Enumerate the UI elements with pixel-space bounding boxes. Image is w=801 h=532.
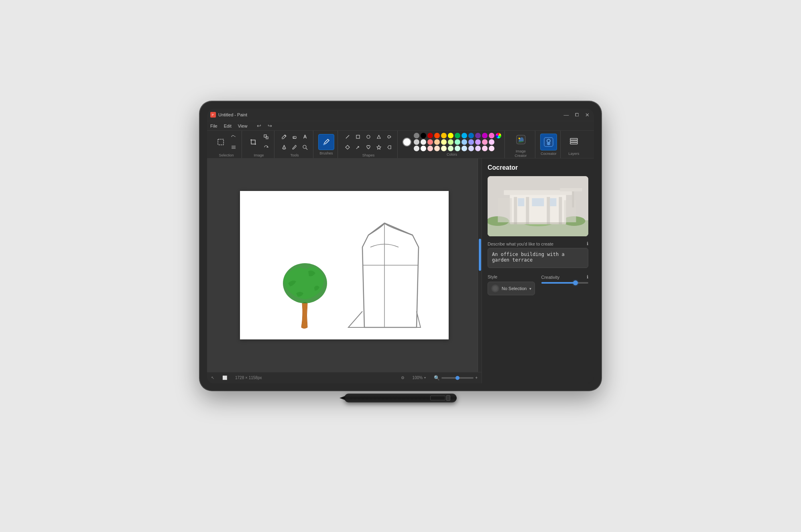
color-swatch[interactable] xyxy=(468,133,474,138)
scroll-thumb[interactable] xyxy=(479,239,481,271)
brush-button[interactable] xyxy=(318,134,334,150)
selection-freehand-button[interactable] xyxy=(229,132,238,142)
color-swatch[interactable] xyxy=(441,133,447,138)
shapes-label: Shapes xyxy=(362,153,375,157)
stylus-tip xyxy=(340,396,345,400)
color-swatch[interactable] xyxy=(434,146,440,151)
color-swatch[interactable] xyxy=(482,146,488,151)
color-swatch[interactable] xyxy=(414,133,419,138)
color-swatch[interactable] xyxy=(414,146,419,151)
shape-arrow-button[interactable] xyxy=(353,142,363,152)
color-swatch[interactable] xyxy=(421,139,426,145)
color-swatch[interactable] xyxy=(489,146,494,151)
menu-edit[interactable]: Edit xyxy=(224,124,232,128)
color-swatch[interactable] xyxy=(461,139,467,145)
color-swatch[interactable] xyxy=(441,146,447,151)
close-button[interactable]: ✕ xyxy=(583,112,591,118)
eyedropper-button[interactable] xyxy=(290,142,299,152)
color-swatch[interactable] xyxy=(414,139,419,145)
prompt-input[interactable] xyxy=(488,248,588,268)
image-creator-button[interactable] xyxy=(512,131,529,148)
shape-heart-button[interactable] xyxy=(364,142,373,152)
color-swatch[interactable] xyxy=(427,133,433,138)
selection-rectangular-button[interactable] xyxy=(214,136,227,148)
color-swatch[interactable] xyxy=(489,133,494,138)
menu-view[interactable]: View xyxy=(238,124,248,128)
layers-button[interactable] xyxy=(565,134,582,150)
color-swatch[interactable] xyxy=(448,146,453,151)
shape-buttons xyxy=(343,132,394,152)
zoom-thumb[interactable] xyxy=(455,376,459,380)
rotate-button[interactable] xyxy=(261,142,271,152)
color-swatch[interactable] xyxy=(455,133,460,138)
color-swatch[interactable] xyxy=(421,133,426,138)
color-swatch[interactable] xyxy=(475,139,481,145)
creativity-thumb[interactable] xyxy=(573,280,578,285)
color-swatch[interactable] xyxy=(455,139,460,145)
color-swatch[interactable] xyxy=(468,146,474,151)
shape-triangle-button[interactable] xyxy=(374,132,384,142)
color-swatch[interactable] xyxy=(482,133,488,138)
color-swatch[interactable] xyxy=(427,139,433,145)
zoom-control: 🔍 + xyxy=(434,375,478,381)
color-swatch[interactable] xyxy=(448,133,453,138)
zoom-dropdown-icon[interactable]: ▾ xyxy=(424,376,426,380)
redo-button[interactable]: ↪ xyxy=(268,123,272,129)
color-swatch[interactable] xyxy=(448,139,453,145)
style-section: Style No Selection ▾ xyxy=(488,274,535,295)
eraser-button[interactable] xyxy=(290,132,299,142)
shape-star-button[interactable] xyxy=(374,142,384,152)
resize-button[interactable] xyxy=(261,132,271,142)
selection-more-button[interactable] xyxy=(229,142,238,152)
svg-rect-42 xyxy=(559,197,562,224)
color-swatch[interactable] xyxy=(441,139,447,145)
scrollbar-vertical[interactable] xyxy=(478,158,482,372)
cocreator-button[interactable] xyxy=(540,134,557,150)
color-swatch[interactable] xyxy=(434,133,440,138)
color-swatch[interactable] xyxy=(427,146,433,151)
zoom-slider[interactable] xyxy=(441,377,474,379)
svg-line-13 xyxy=(346,135,349,138)
shape-circle-button[interactable] xyxy=(364,132,373,142)
menu-file[interactable]: File xyxy=(210,124,218,128)
magnify-button[interactable] xyxy=(300,142,310,152)
creativity-label: Creativity ℹ xyxy=(541,274,589,280)
zoom-in-icon[interactable]: + xyxy=(475,376,478,380)
rainbow-swatch[interactable] xyxy=(496,133,501,138)
style-selector[interactable]: No Selection ▾ xyxy=(488,282,535,295)
toolbar-group-colors: Colors xyxy=(399,131,505,158)
fill-button[interactable] xyxy=(279,142,289,152)
shape-rect-button[interactable] xyxy=(353,132,363,142)
pencil-button[interactable] xyxy=(279,132,289,142)
drawing-canvas[interactable] xyxy=(240,191,449,339)
color-swatch[interactable] xyxy=(455,146,460,151)
color-swatch[interactable] xyxy=(461,146,467,151)
creativity-slider[interactable] xyxy=(541,282,589,284)
color-swatch[interactable] xyxy=(461,133,467,138)
cursor-icon: ↖ xyxy=(211,376,214,380)
shape-extra-button[interactable] xyxy=(384,142,394,152)
settings-icon[interactable]: ⚙ xyxy=(401,376,405,380)
creativity-info-icon[interactable]: ℹ xyxy=(587,274,588,280)
minimize-button[interactable]: — xyxy=(563,112,570,118)
prompt-info-icon[interactable]: ℹ xyxy=(587,241,588,246)
color-swatch[interactable] xyxy=(482,139,488,145)
crop-button[interactable] xyxy=(247,136,260,148)
canvas-container xyxy=(207,158,482,372)
zoom-out-icon[interactable]: 🔍 xyxy=(434,375,440,381)
style-dropdown-icon[interactable]: ▾ xyxy=(529,286,531,291)
primary-color[interactable] xyxy=(403,138,411,146)
maximize-button[interactable]: ⧠ xyxy=(573,112,580,117)
undo-button[interactable]: ↩ xyxy=(257,123,261,129)
selection-label: Selection xyxy=(219,153,234,157)
color-swatch[interactable] xyxy=(434,139,440,145)
shape-more-button[interactable] xyxy=(384,132,394,142)
color-swatch[interactable] xyxy=(421,146,426,151)
color-swatch[interactable] xyxy=(475,133,481,138)
shape-diamond-button[interactable] xyxy=(343,142,352,152)
color-swatch[interactable] xyxy=(489,139,494,145)
text-button[interactable]: A xyxy=(300,132,310,142)
color-swatch[interactable] xyxy=(475,146,481,151)
color-swatch[interactable] xyxy=(468,139,474,145)
shape-line-button[interactable] xyxy=(343,132,352,142)
